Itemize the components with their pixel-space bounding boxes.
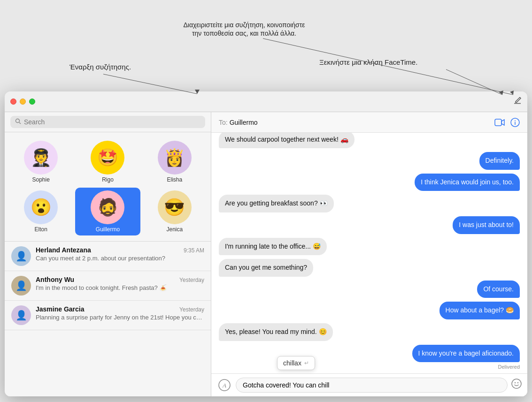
message-input[interactable] <box>236 378 508 393</box>
svg-text:Έναρξη συζήτησης.: Έναρξη συζήτησης. <box>69 63 131 71</box>
contact-item-elisha[interactable]: 👸 Elisha <box>142 138 207 186</box>
message-row-1: We should carpool together next week! 🚗 <box>219 133 520 148</box>
to-label: To: <box>219 119 228 126</box>
facetime-button[interactable] <box>494 119 505 126</box>
svg-text:Διαχειριστείτε μια συζήτηση, κ: Διαχειριστείτε μια συζήτηση, κοινοποιήστ… <box>183 21 305 29</box>
svg-line-6 <box>446 69 502 95</box>
message-bubble-8: Of course. <box>477 281 520 298</box>
message-row-10: Yes, please! You read my mind. 😊 <box>219 323 520 341</box>
conv-time-herland: 9:35 AM <box>184 247 204 254</box>
search-wrap <box>10 116 205 128</box>
close-button[interactable] <box>10 99 16 105</box>
message-bubble-6: I'm running late to the office... 😅 <box>219 238 327 256</box>
minimize-button[interactable] <box>20 99 26 105</box>
info-button[interactable] <box>510 118 520 127</box>
message-row-7: Can you get me something? <box>219 259 520 277</box>
conv-item-herland[interactable]: 👤 Herland Antezana 9:35 AM Can you meet … <box>5 242 211 271</box>
chat-header: To: Guillermo <box>211 112 527 133</box>
message-bubble-5: I was just about to! <box>453 216 520 234</box>
contact-avatar-elton: 😮 <box>24 190 58 224</box>
contact-name-rigo: Rigo <box>102 176 114 183</box>
messages-area: some of our coworkers. Thoughts?We shoul… <box>211 133 527 373</box>
svg-point-14 <box>515 120 516 121</box>
contact-name-elisha: Elisha <box>167 176 182 183</box>
message-row-9: How about a bagel? 🥯 <box>219 302 520 319</box>
delivered-label: Delivered <box>219 364 520 370</box>
conv-preview-herland: Can you meet at 2 p.m. about our present… <box>36 255 204 262</box>
conv-header-herland: Herland Antezana 9:35 AM <box>36 246 204 254</box>
conv-body-jasmine: Jasmine Garcia Yesterday Planning a surp… <box>36 305 204 321</box>
sidebar: 🧑‍✈️ Sophie 🤩 Rigo 👸 Elisha 😮 Elton 🧔 Gu… <box>5 112 211 396</box>
emoji-button[interactable] <box>511 379 522 392</box>
svg-point-20 <box>517 382 518 383</box>
titlebar <box>5 91 527 112</box>
search-icon <box>15 118 21 126</box>
svg-point-18 <box>512 379 521 388</box>
messages-window: 🧑‍✈️ Sophie 🤩 Rigo 👸 Elisha 😮 Elton 🧔 Gu… <box>5 91 527 396</box>
contact-item-guillermo[interactable]: 🧔 Guillermo <box>75 188 140 235</box>
conv-preview-anthony: I'm in the mood to cook tonight. Fresh p… <box>36 284 204 291</box>
conv-body-herland: Herland Antezana 9:35 AM Can you meet at… <box>36 246 204 262</box>
conv-header-jasmine: Jasmine Garcia Yesterday <box>36 305 204 313</box>
conv-item-jasmine[interactable]: 👤 Jasmine Garcia Yesterday Planning a su… <box>5 301 211 330</box>
contact-item-elton[interactable]: 😮 Elton <box>8 188 73 235</box>
message-bubble-3: I think Jenica would join us, too. <box>415 174 520 191</box>
message-row-8: Of course. <box>219 281 520 298</box>
message-bubble-4: Are you getting breakfast soon? 👀 <box>219 195 334 212</box>
search-bar <box>5 112 211 132</box>
message-row-5: I was just about to! <box>219 216 520 234</box>
message-bubble-1: We should carpool together next week! 🚗 <box>219 133 355 148</box>
pinned-contacts-grid: 🧑‍✈️ Sophie 🤩 Rigo 👸 Elisha 😮 Elton 🧔 Gu… <box>5 132 211 242</box>
maximize-button[interactable] <box>29 99 35 105</box>
contact-name-sophie: Sophie <box>32 176 49 183</box>
svg-line-11 <box>19 122 21 124</box>
message-row-3: I think Jenica would join us, too. <box>219 174 520 191</box>
chat-recipient-name: Guillermo <box>230 119 494 126</box>
conv-item-anthony[interactable]: 👤 Anthony Wu Yesterday I'm in the mood t… <box>5 271 211 301</box>
contact-item-rigo[interactable]: 🤩 Rigo <box>75 138 140 186</box>
contact-name-guillermo: Guillermo <box>96 226 120 233</box>
message-bubble-10: Yes, please! You read my mind. 😊 <box>219 323 333 341</box>
message-bubble-7: Can you get me something? <box>219 259 313 277</box>
svg-text:Ξεκινήστε μια κλήση FaceTime.: Ξεκινήστε μια κλήση FaceTime. <box>319 58 417 66</box>
svg-text:την τοποθεσία σας, και πολλά ά: την τοποθεσία σας, και πολλά άλλα. <box>192 30 296 37</box>
conv-time-jasmine: Yesterday <box>179 306 204 313</box>
conv-body-anthony: Anthony Wu Yesterday I'm in the mood to … <box>36 276 204 291</box>
conv-preview-jasmine: Planning a surprise party for Jenny on t… <box>36 314 204 321</box>
message-bubble-11: I know you're a bagel aficionado. <box>412 345 520 363</box>
message-row-6: I'm running late to the office... 😅 <box>219 238 520 256</box>
chat-header-actions <box>494 118 520 127</box>
svg-rect-12 <box>495 119 501 126</box>
message-row-11: I know you're a bagel aficionado. <box>219 345 520 363</box>
message-bubble-9: How about a bagel? 🥯 <box>439 302 520 319</box>
search-input[interactable] <box>24 118 200 126</box>
message-row-4: Are you getting breakfast soon? 👀 <box>219 195 520 212</box>
conv-name-anthony: Anthony Wu <box>36 276 74 283</box>
contact-avatar-guillermo: 🧔 <box>91 190 124 224</box>
conv-time-anthony: Yesterday <box>179 277 204 283</box>
chat-input-area: A chillax ↵ <box>211 373 527 396</box>
content-area: 🧑‍✈️ Sophie 🤩 Rigo 👸 Elisha 😮 Elton 🧔 Gu… <box>5 112 527 396</box>
message-bubble-2: Definitely. <box>479 152 520 170</box>
autocomplete-word: chillax <box>283 359 301 367</box>
svg-line-1 <box>103 74 197 94</box>
traffic-lights <box>10 99 35 105</box>
conversation-list: 👤 Herland Antezana 9:35 AM Can you meet … <box>5 242 211 396</box>
conv-name-jasmine: Jasmine Garcia <box>36 305 85 313</box>
conv-header-anthony: Anthony Wu Yesterday <box>36 276 204 283</box>
contact-name-elton: Elton <box>34 226 47 233</box>
app-store-button[interactable]: A <box>217 378 232 393</box>
contact-item-sophie[interactable]: 🧑‍✈️ Sophie <box>8 138 73 186</box>
chat-panel: To: Guillermo <box>211 112 527 396</box>
contact-avatar-elisha: 👸 <box>158 141 192 174</box>
contact-avatar-jenica: 😎 <box>158 190 192 224</box>
contact-name-jenica: Jenica <box>166 226 183 233</box>
conv-name-herland: Herland Antezana <box>36 246 91 254</box>
contact-item-jenica[interactable]: 😎 Jenica <box>142 188 207 235</box>
message-row-2: Definitely. <box>219 152 520 170</box>
contact-avatar-rigo: 🤩 <box>91 141 124 174</box>
autocomplete-arrow: ↵ <box>304 360 309 366</box>
conv-avatar-herland: 👤 <box>11 246 31 266</box>
compose-button[interactable] <box>513 96 522 107</box>
autocomplete-suggestion[interactable]: chillax ↵ <box>277 356 315 370</box>
